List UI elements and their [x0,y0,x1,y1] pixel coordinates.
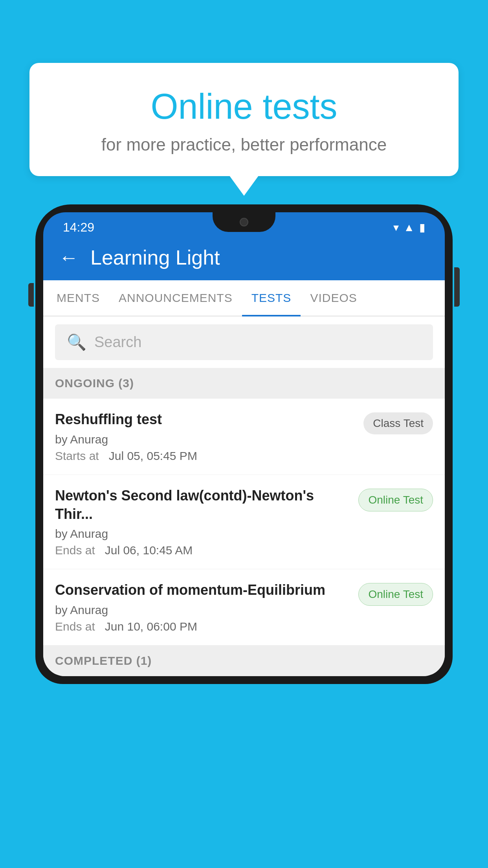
phone-side-button [454,267,460,307]
search-icon: 🔍 [67,333,86,351]
ongoing-label: ONGOING (3) [55,377,134,390]
completed-section-header: COMPLETED (1) [43,645,445,676]
test-time: Starts at Jul 05, 05:45 PM [55,449,356,463]
tab-announcements[interactable]: ANNOUNCEMENTS [109,280,242,316]
bubble-title: Online tests [61,86,427,127]
test-time: Ends at Jun 10, 06:00 PM [55,620,350,633]
phone-screen: MENTS ANNOUNCEMENTS TESTS VIDEOS 🔍 Searc… [43,280,445,676]
back-button[interactable]: ← [59,248,79,267]
test-author: by Anurag [55,603,350,617]
test-badge-class: Class Test [363,412,433,434]
test-item[interactable]: Reshuffling test by Anurag Starts at Jul… [43,399,445,475]
test-time: Ends at Jul 06, 10:45 AM [55,544,350,557]
test-item[interactable]: Conservation of momentum-Equilibrium by … [43,569,445,645]
search-container: 🔍 Search [43,316,445,368]
phone-volume-button [28,283,34,307]
status-bar: 14:29 ▾ ▲ ▮ [43,212,445,235]
test-badge-online: Online Test [358,583,433,606]
tab-ments[interactable]: MENTS [47,280,109,316]
promo-bubble: Online tests for more practice, better p… [29,63,459,176]
test-author: by Anurag [55,433,356,446]
tabs-bar: MENTS ANNOUNCEMENTS TESTS VIDEOS [43,280,445,316]
signal-icon: ▲ [404,221,415,234]
tab-tests[interactable]: TESTS [242,280,301,316]
test-name: Reshuffling test [55,410,356,429]
wifi-icon: ▾ [393,221,399,234]
phone-notch [213,212,275,232]
completed-label: COMPLETED (1) [55,654,152,667]
phone-body: 14:29 ▾ ▲ ▮ ← Learning Light MENTS [35,204,453,684]
test-info: Conservation of momentum-Equilibrium by … [55,581,358,633]
app-title: Learning Light [90,246,220,269]
test-info: Newton's Second law(contd)-Newton's Thir… [55,487,358,557]
phone-mockup: 14:29 ▾ ▲ ▮ ← Learning Light MENTS [35,204,453,868]
test-info: Reshuffling test by Anurag Starts at Jul… [55,410,363,463]
test-item[interactable]: Newton's Second law(contd)-Newton's Thir… [43,475,445,570]
bubble-subtitle: for more practice, better performance [61,135,427,154]
battery-icon: ▮ [419,221,425,234]
status-time: 14:29 [63,220,94,235]
test-author: by Anurag [55,527,350,541]
test-badge-online: Online Test [358,489,433,511]
test-name: Conservation of momentum-Equilibrium [55,581,350,600]
app-header: ← Learning Light [43,235,445,280]
status-icons: ▾ ▲ ▮ [393,221,425,234]
search-bar[interactable]: 🔍 Search [55,324,433,360]
tab-videos[interactable]: VIDEOS [301,280,366,316]
search-input[interactable]: Search [94,334,141,351]
test-name: Newton's Second law(contd)-Newton's Thir… [55,487,350,524]
camera [240,218,248,226]
ongoing-section-header: ONGOING (3) [43,368,445,399]
